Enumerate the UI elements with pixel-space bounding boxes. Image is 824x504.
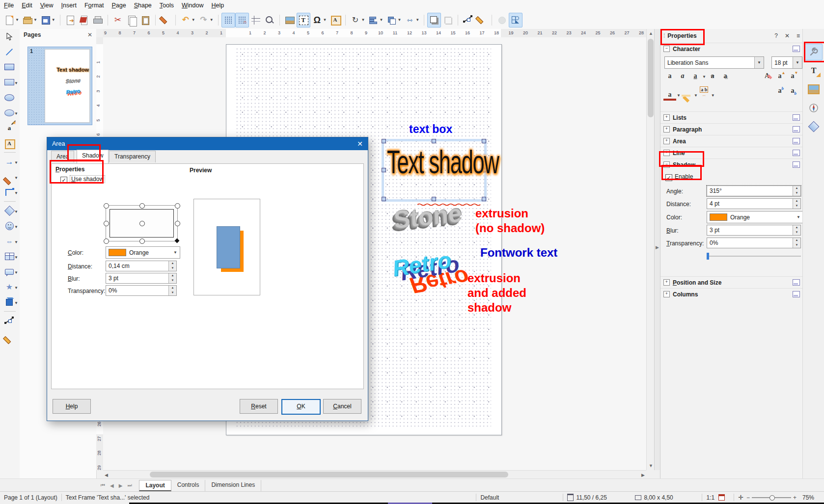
blur-field[interactable]: 3 pt ▲▼ xyxy=(106,273,177,284)
shadow-position-selected-dot[interactable] xyxy=(175,239,180,243)
spin-up-icon[interactable]: ▲ xyxy=(168,286,176,291)
arrange-dropdown-icon[interactable]: ▼ xyxy=(397,18,401,22)
sidebar-help-icon[interactable]: ? xyxy=(774,32,778,39)
ellipse-tool[interactable] xyxy=(0,90,19,105)
layer-tab-controls[interactable]: Controls xyxy=(171,480,206,491)
font-color-icon[interactable]: a xyxy=(663,91,676,101)
dialog-launcher-icon[interactable] xyxy=(793,279,800,286)
spin-down-icon[interactable]: ▼ xyxy=(168,278,176,283)
save-button[interactable]: ▼ xyxy=(39,13,57,27)
bold-icon[interactable]: a xyxy=(663,72,676,80)
font-size-combo[interactable]: 18 pt▼ xyxy=(771,56,802,69)
text-shadow-object[interactable]: Text shadow xyxy=(387,143,499,181)
paste-button[interactable] xyxy=(138,13,152,27)
character-spacing-icon[interactable]: a b⇔ xyxy=(698,87,711,98)
insert-text-box-button[interactable]: T xyxy=(297,13,310,27)
spin-down-icon[interactable]: ▼ xyxy=(168,291,176,295)
special-character-dropdown-icon[interactable]: ▼ xyxy=(323,18,327,22)
page-thumbnail[interactable]: 1 Text shadow Stone Retro xyxy=(27,47,92,125)
block-arrows-tool[interactable]: ⇔▼ xyxy=(0,234,19,249)
slider-handle[interactable] xyxy=(707,253,709,260)
scroll-down-icon[interactable]: ▼ xyxy=(649,463,653,468)
save-dropdown-icon[interactable]: ▼ xyxy=(52,18,55,22)
insert-image-button[interactable] xyxy=(283,13,297,27)
open-file-dropdown-icon[interactable]: ▼ xyxy=(33,18,37,22)
dialog-launcher-icon[interactable] xyxy=(793,46,800,52)
new-document-button[interactable]: ▼ xyxy=(2,13,21,27)
shadow-position-dot[interactable] xyxy=(175,221,180,226)
last-layer-icon[interactable]: ⏭ xyxy=(125,482,134,488)
sidebar-section-line[interactable]: +Line xyxy=(660,147,803,159)
shadow-color-dropdown[interactable]: Orange ▼ xyxy=(106,246,180,259)
vertical-scroll-thumb[interactable] xyxy=(648,39,654,117)
sidebar-section-area[interactable]: +Area xyxy=(660,135,803,147)
zoom-in-icon[interactable]: + xyxy=(793,494,797,501)
clear-formatting-icon[interactable]: A xyxy=(761,72,773,80)
collapse-icon[interactable]: − xyxy=(663,46,670,52)
align-objects-dropdown-icon[interactable]: ▼ xyxy=(379,18,383,22)
collapse-icon[interactable]: − xyxy=(663,161,670,168)
symbol-shapes-tool[interactable]: ▼ xyxy=(0,218,19,234)
shadow-angle-field[interactable]: 315°▲▼ xyxy=(707,186,801,196)
insert-table-tool[interactable]: ▼ xyxy=(0,249,19,264)
expand-icon[interactable]: + xyxy=(663,126,670,133)
dialog-launcher-icon[interactable] xyxy=(793,126,800,133)
expand-icon[interactable]: + xyxy=(663,291,670,297)
horizontal-ruler[interactable]: 9876543211234567891011121314151617181920… xyxy=(103,29,646,38)
cancel-button[interactable]: Cancel xyxy=(323,399,361,414)
export-pdf-button[interactable] xyxy=(77,13,91,27)
zoom-slider-knob[interactable] xyxy=(769,495,775,501)
vertical-scrollbar[interactable]: ▲ ▼ xyxy=(646,29,655,470)
distance-field[interactable]: 0,14 cm ▲▼ xyxy=(106,261,177,271)
snap-to-grid-button[interactable]: ∩ xyxy=(235,13,249,27)
shadow-color-dropdown[interactable]: Orange▼ xyxy=(707,211,803,223)
fit-page-icon[interactable]: ✛ xyxy=(738,494,743,501)
shadow-position-dot[interactable] xyxy=(139,203,145,209)
increase-size-icon[interactable]: a▲ xyxy=(773,72,786,80)
insert-line-tool[interactable] xyxy=(0,44,19,59)
crop-button[interactable] xyxy=(441,13,455,27)
dialog-launcher-icon[interactable] xyxy=(793,161,800,168)
next-layer-icon[interactable]: ▶ xyxy=(116,483,125,488)
open-file-button[interactable]: ▼ xyxy=(21,13,39,27)
rectangle-tool[interactable] xyxy=(0,59,19,75)
pages-close-icon[interactable]: ✕ xyxy=(87,31,92,38)
shadow-position-dot[interactable] xyxy=(139,221,145,226)
edit-points-button[interactable] xyxy=(461,13,475,27)
horizontal-scrollbar[interactable]: ◀ ▶ xyxy=(103,470,646,479)
use-shadow-checkbox[interactable]: ✓Use shadow xyxy=(60,176,105,184)
display-grid-button[interactable] xyxy=(221,13,235,27)
insert-fontwork-button[interactable]: A xyxy=(329,13,342,27)
transparency-slider[interactable] xyxy=(707,253,801,260)
cut-button[interactable]: ✂ xyxy=(111,13,125,27)
layer-tab-layout[interactable]: Layout xyxy=(139,480,171,491)
shadow-button[interactable] xyxy=(427,13,441,27)
zoom-slider[interactable] xyxy=(752,495,791,501)
sidebar-styles-tab[interactable]: T xyxy=(805,62,823,79)
status-style[interactable]: Default xyxy=(480,494,559,501)
selection-handle[interactable] xyxy=(432,139,436,143)
curves-and-polygons-tool[interactable]: ▼ xyxy=(0,169,19,185)
stars-and-banners-tool[interactable]: ★▼ xyxy=(0,279,19,294)
dialog-launcher-icon[interactable] xyxy=(793,291,800,297)
insert-text-box-tool[interactable]: A xyxy=(0,135,19,151)
rotate-dropdown-icon[interactable]: ▼ xyxy=(361,18,365,22)
italic-icon[interactable]: a xyxy=(676,72,689,80)
ok-button[interactable]: OK xyxy=(281,399,321,415)
prev-layer-icon[interactable]: ◀ xyxy=(108,483,116,488)
sidebar-section-position-and-size[interactable]: +Position and Size xyxy=(660,276,803,288)
selection-handle[interactable] xyxy=(432,197,436,201)
selection-handle[interactable] xyxy=(382,197,386,201)
arrange-button[interactable]: ▼ xyxy=(385,13,403,27)
area-dialog[interactable]: Area ✕ Properties ✓Use shadow Color: Ora… xyxy=(47,137,368,421)
document-modified-icon[interactable] xyxy=(718,494,725,501)
expand-icon[interactable]: + xyxy=(663,114,670,121)
scroll-up-icon[interactable]: ▲ xyxy=(649,31,653,36)
special-character-button[interactable]: Ω▼ xyxy=(310,13,329,27)
show-draw-functions-button[interactable] xyxy=(509,13,522,27)
shadow-distance-field[interactable]: 4 pt▲▼ xyxy=(707,198,801,209)
selection-handle[interactable] xyxy=(382,168,386,172)
sidebar-section-paragraph[interactable]: +Paragraph xyxy=(660,123,803,135)
shadow-enable-checkbox[interactable]: ✓Enable xyxy=(665,173,693,181)
menu-help[interactable]: Help xyxy=(208,1,228,10)
